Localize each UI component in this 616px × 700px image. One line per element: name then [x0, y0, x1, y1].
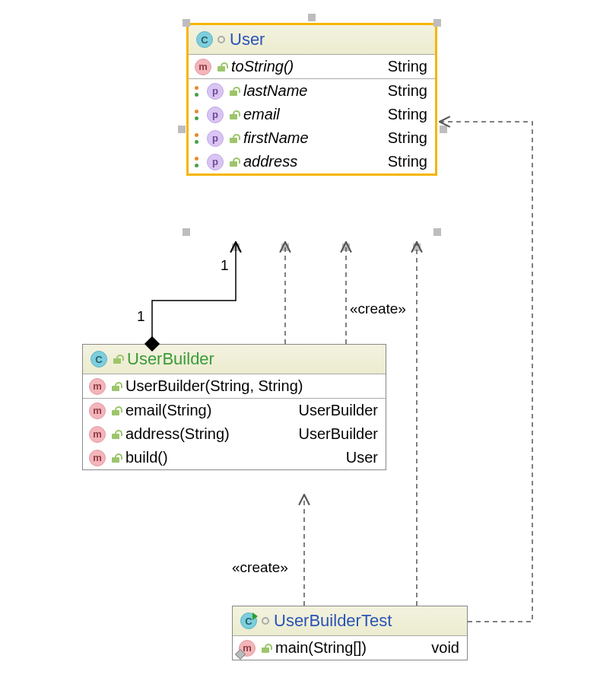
getter-setter-icon: [195, 108, 202, 122]
selection-handle[interactable]: [433, 19, 441, 27]
member-name: UserBuilder(String, String): [125, 377, 303, 395]
class-user-methods: m toString() String: [189, 55, 435, 79]
visibility-package-icon: [218, 36, 225, 43]
public-icon: [228, 86, 239, 97]
member-type: String: [388, 153, 427, 170]
member-row[interactable]: p lastName String: [189, 79, 435, 103]
public-icon: [110, 429, 121, 440]
member-name: lastName: [243, 82, 307, 100]
member-name: toString(): [231, 58, 294, 75]
member-row[interactable]: p email String: [189, 103, 435, 126]
member-row[interactable]: m build() User: [83, 446, 386, 469]
member-type: String: [388, 129, 427, 147]
class-user-properties: p lastName String p email String p first…: [189, 79, 435, 173]
selection-handle[interactable]: [183, 19, 190, 27]
member-type: User: [346, 449, 378, 466]
member-type: String: [388, 106, 427, 123]
member-row[interactable]: m UserBuilder(String, String): [83, 374, 386, 398]
member-row[interactable]: m email(String) UserBuilder: [83, 399, 386, 422]
public-icon: [260, 643, 271, 654]
public-icon: [110, 381, 121, 392]
selection-handle[interactable]: [308, 14, 316, 21]
selection-handle[interactable]: [433, 228, 441, 236]
member-name: build(): [125, 449, 168, 466]
member-name: address(String): [125, 425, 230, 443]
member-row[interactable]: p address String: [189, 150, 435, 173]
class-icon: C: [196, 31, 213, 48]
member-name: address: [243, 153, 297, 170]
property-icon: p: [207, 130, 224, 147]
member-name: main(String[]): [275, 639, 367, 657]
class-user-header[interactable]: C User: [189, 25, 435, 55]
member-type: UserBuilder: [299, 425, 378, 443]
static-method-icon: m: [239, 640, 256, 657]
visibility-package-icon: [262, 617, 269, 625]
class-user[interactable]: C User m toString() String p lastName St…: [186, 23, 437, 176]
multiplicity-label: 1: [137, 308, 145, 325]
selection-handle[interactable]: [342, 243, 350, 251]
selection-handle[interactable]: [183, 228, 190, 236]
class-runnable-icon: C: [240, 612, 257, 629]
public-icon: [216, 62, 227, 72]
method-icon: m: [89, 402, 106, 419]
member-row[interactable]: m toString() String: [189, 55, 435, 78]
method-icon: m: [89, 378, 106, 395]
getter-setter-icon: [195, 155, 202, 169]
class-userbuilder-name: UserBuilder: [127, 349, 214, 369]
getter-setter-icon: [195, 84, 202, 98]
multiplicity-label: 1: [221, 257, 229, 274]
property-icon: p: [207, 107, 224, 123]
public-icon: [110, 406, 121, 416]
class-userbuildertest-header[interactable]: C UserBuilderTest: [233, 606, 467, 636]
class-userbuildertest-methods: m main(String[]) void: [233, 636, 467, 660]
selection-handle[interactable]: [178, 126, 186, 133]
method-icon: m: [195, 59, 211, 75]
create-stereotype-label: «create»: [232, 559, 288, 576]
member-type: String: [388, 82, 427, 100]
property-icon: p: [207, 83, 224, 100]
method-icon: m: [89, 426, 106, 443]
member-row[interactable]: m main(String[]) void: [233, 636, 467, 660]
class-userbuilder-header[interactable]: C UserBuilder: [83, 345, 386, 374]
public-icon: [110, 453, 121, 463]
getter-setter-icon: [195, 132, 202, 145]
public-icon: [228, 110, 239, 120]
member-row[interactable]: m address(String) UserBuilder: [83, 422, 386, 446]
method-icon: m: [89, 450, 106, 466]
public-icon: [228, 157, 239, 167]
property-icon: p: [207, 154, 224, 170]
class-userbuilder[interactable]: C UserBuilder m UserBuilder(String, Stri…: [82, 344, 386, 470]
public-icon: [112, 354, 122, 364]
selection-handle[interactable]: [413, 243, 421, 251]
member-type: void: [431, 639, 459, 657]
selection-handle[interactable]: [281, 243, 289, 251]
selection-handle[interactable]: [440, 126, 447, 133]
member-row[interactable]: p firstName String: [189, 126, 435, 150]
selection-handle[interactable]: [232, 243, 240, 251]
member-type: UserBuilder: [299, 402, 378, 419]
class-userbuildertest[interactable]: C UserBuilderTest m main(String[]) void: [232, 606, 468, 660]
class-user-name: User: [230, 30, 265, 49]
member-name: email: [243, 106, 280, 123]
member-name: email(String): [125, 402, 211, 419]
class-userbuilder-constructors: m UserBuilder(String, String): [83, 374, 386, 399]
dependency-edge: [440, 122, 532, 622]
member-type: String: [388, 58, 427, 75]
public-icon: [228, 133, 239, 144]
create-stereotype-label: «create»: [350, 301, 406, 317]
class-userbuildertest-name: UserBuilderTest: [274, 611, 392, 631]
class-icon: C: [90, 351, 107, 368]
class-userbuilder-methods: m email(String) UserBuilder m address(St…: [83, 399, 386, 469]
member-name: firstName: [243, 129, 309, 147]
